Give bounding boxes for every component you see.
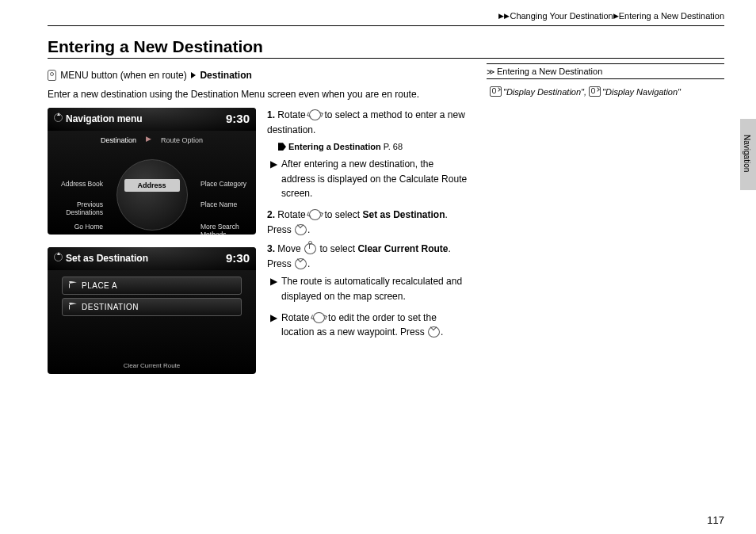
step-3-sub1: ▶The route is automatically recalculated… <box>281 274 468 303</box>
scr2-title: Set as Destination <box>66 253 148 264</box>
scr2-row-place-a: PLACE A <box>62 277 242 295</box>
breadcrumb-l1: Changing Your Destination <box>510 11 613 21</box>
rotate-dial-icon <box>313 312 325 323</box>
compass-icon <box>54 253 63 261</box>
nav-prefix: MENU button (when en route) <box>60 70 186 81</box>
rotate-dial-icon <box>309 109 321 120</box>
page-number: 117 <box>707 514 724 526</box>
step-1: 1. Rotate to select a method to enter a … <box>267 108 468 201</box>
chevron-icon: ▶▶ <box>498 12 510 20</box>
screenshot-set-destination: Set as Destination 9:30 PLACE A DESTINAT… <box>48 247 256 374</box>
steps-list: 1. Rotate to select a method to enter a … <box>267 108 468 387</box>
scr1-time: 9:30 <box>226 110 250 128</box>
step-3-sub2: ▶Rotate to edit the order to set the loc… <box>281 311 468 340</box>
chevron-icon: ▶ <box>613 12 619 20</box>
intro-text: Enter a new destination using the Destin… <box>48 87 468 101</box>
flag-icon <box>69 281 77 288</box>
tab-arrow-icon: ▶ <box>146 134 151 148</box>
scr1-opt-more-search: More Search Methods <box>200 223 250 235</box>
compass-icon <box>54 113 63 122</box>
press-dial-icon <box>295 258 307 269</box>
triangle-icon <box>191 72 196 78</box>
scr1-title: Navigation menu <box>66 113 143 124</box>
menu-button-icon <box>48 70 56 81</box>
xref-entering-destination: Entering a Destination P. 68 <box>278 140 468 154</box>
page-title: Entering a New Destination <box>48 37 724 59</box>
rotate-dial-icon <box>309 209 321 220</box>
press-dial-icon <box>428 326 440 338</box>
scr1-opt-address-book: Address Book <box>54 181 103 189</box>
dial-graphic: Address <box>116 159 188 231</box>
scr1-opt-place-category: Place Category <box>200 181 250 189</box>
press-dial-icon <box>295 224 307 235</box>
breadcrumb-l2: Entering a New Destination <box>619 11 724 21</box>
voice-commands: "Display Destination", "Display Navigati… <box>487 79 724 105</box>
scr1-opt-previous-dest: Previous Destinations <box>54 201 103 217</box>
scr2-row-destination: DESTINATION <box>62 298 242 316</box>
scr2-time: 9:30 <box>226 250 250 268</box>
scr1-tab-route-option: Route Option <box>155 134 209 148</box>
voice-icon <box>589 86 601 97</box>
screenshot-nav-menu: Navigation menu 9:30 Destination ▶ Route… <box>48 108 256 235</box>
scr1-center-address: Address <box>124 179 180 192</box>
breadcrumb: ▶▶Changing Your Destination▶Entering a N… <box>48 8 724 26</box>
step-1-sub: ▶After entering a new destination, the a… <box>281 157 468 201</box>
scr1-tab-destination: Destination <box>94 134 143 148</box>
scr1-opt-go-home: Go Home <box>54 223 103 231</box>
xref-icon <box>278 143 286 151</box>
scr1-opt-place-name: Place Name <box>200 201 250 209</box>
sidebar-heading: ≫Entering a New Destination <box>487 63 724 79</box>
double-chevron-icon: ≫ <box>487 67 492 76</box>
section-label: Navigation <box>743 135 751 172</box>
scr2-footer: Clear Current Route <box>48 361 256 371</box>
nav-path: MENU button (when en route) Destination <box>48 68 468 82</box>
voice-icon <box>490 86 502 97</box>
move-joystick-icon <box>304 243 316 254</box>
nav-dest: Destination <box>200 70 251 81</box>
flag-icon <box>69 303 77 310</box>
step-2: 2. Rotate to select Set as Destination. … <box>267 208 468 237</box>
step-3: 3. Move to select Clear Current Route. P… <box>267 242 468 340</box>
